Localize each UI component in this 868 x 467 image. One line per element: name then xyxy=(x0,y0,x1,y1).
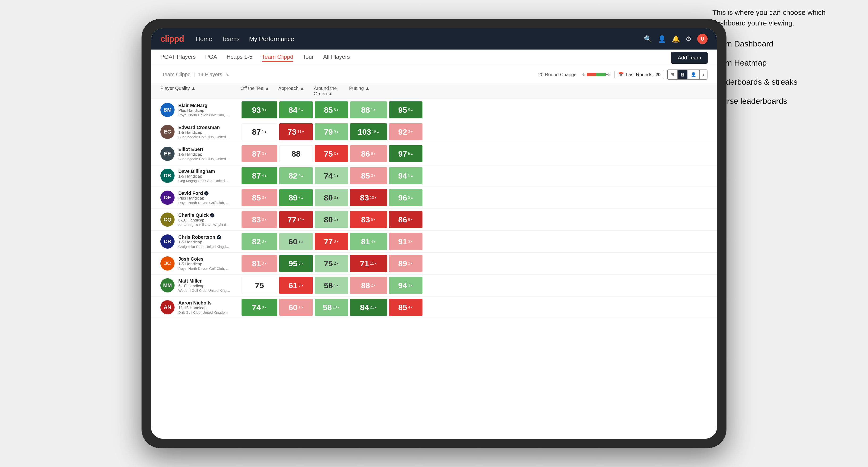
nav-link-home[interactable]: Home xyxy=(196,35,212,43)
user-avatar[interactable]: U xyxy=(697,34,708,44)
player-info[interactable]: CRChris Robertson✓1-5 HandicapCraigmilla… xyxy=(160,235,241,249)
score-delta: 3 xyxy=(334,152,339,156)
player-info[interactable]: ANAaron Nicholls11-15 HandicapDrift Golf… xyxy=(160,300,241,314)
score-cell[interactable]: 75 xyxy=(242,277,277,294)
score-cell[interactable]: 882 xyxy=(350,277,387,294)
score-cell[interactable]: 602 xyxy=(279,233,313,250)
score-value: 74 xyxy=(252,303,261,312)
score-cell[interactable]: 801 xyxy=(315,211,348,228)
score-cell[interactable]: 823 xyxy=(242,233,277,250)
score-cell[interactable]: 748 xyxy=(242,299,277,316)
nav-link-teams[interactable]: Teams xyxy=(221,35,240,43)
score-cell[interactable]: 963 xyxy=(389,189,423,206)
score-delta: 3 xyxy=(408,239,413,244)
bar-high: +5 xyxy=(606,72,611,77)
score-cell[interactable]: 892 xyxy=(389,255,423,272)
score-cell[interactable]: 813 xyxy=(242,255,277,272)
score-cell[interactable]: 836 xyxy=(350,211,387,228)
score-delta: 8 xyxy=(334,108,339,112)
edit-icon[interactable]: ✎ xyxy=(225,72,229,77)
player-info[interactable]: DFDavid Ford✓Plus HandicapRoyal North De… xyxy=(160,191,241,205)
sub-nav-pga[interactable]: PGA xyxy=(205,54,217,62)
grid-view-button[interactable]: ⊞ xyxy=(667,69,677,80)
score-cell[interactable]: 803 xyxy=(315,189,348,206)
score-delta: 6 xyxy=(299,108,304,112)
score-cell[interactable]: 824 xyxy=(279,167,313,184)
score-cell[interactable]: 897 xyxy=(279,189,313,206)
settings-icon[interactable]: ⚙ xyxy=(686,35,691,43)
score-cell[interactable]: 881 xyxy=(350,101,387,118)
score-cell[interactable]: 853 xyxy=(350,167,387,184)
sub-nav-hcaps[interactable]: Hcaps 1-5 xyxy=(227,54,252,62)
score-value: 82 xyxy=(252,237,261,246)
score-cell[interactable]: 913 xyxy=(389,233,423,250)
score-cell[interactable]: 7714 xyxy=(279,211,313,228)
sub-nav-pgat[interactable]: PGAT Players xyxy=(160,54,196,62)
player-club: Royal North Devon Golf Club, United King… xyxy=(178,267,230,271)
player-info[interactable]: JCJosh Coles1-5 HandicapRoyal North Devo… xyxy=(160,256,241,271)
score-cell[interactable]: 773 xyxy=(315,233,348,250)
score-cell[interactable]: 871 xyxy=(242,123,277,140)
score-cell[interactable]: 601 xyxy=(279,299,313,316)
player-details: Elliot Ebert1-5 HandicapSunningdale Golf… xyxy=(178,147,230,161)
score-cell[interactable]: 854 xyxy=(389,299,423,316)
score-cell[interactable]: 975 xyxy=(389,145,423,162)
player-info[interactable]: DBDave Billingham1-5 HandicapGog Magog G… xyxy=(160,168,241,183)
sub-nav-tour[interactable]: Tour xyxy=(303,54,314,62)
score-cell[interactable]: 8421 xyxy=(350,299,387,316)
score-cell[interactable]: 88 xyxy=(279,145,313,162)
score-cell[interactable]: 846 xyxy=(279,101,313,118)
search-icon[interactable]: 🔍 xyxy=(644,35,652,43)
player-info[interactable]: BMBlair McHargPlus HandicapRoyal North D… xyxy=(160,103,241,117)
score-cell[interactable]: 959 xyxy=(389,101,423,118)
download-button[interactable]: ↓ xyxy=(699,69,707,80)
score-cell[interactable]: 943 xyxy=(389,277,423,294)
person-icon[interactable]: 👤 xyxy=(658,35,666,43)
score-cell[interactable]: 858 xyxy=(315,101,348,118)
score-cell[interactable]: 853 xyxy=(242,189,277,206)
score-cell[interactable]: 799 xyxy=(315,123,348,140)
score-cell[interactable]: 923 xyxy=(389,123,423,140)
score-cell[interactable]: 939 xyxy=(242,101,277,118)
score-cell[interactable]: 584 xyxy=(315,277,348,294)
score-cell[interactable]: 8310 xyxy=(350,189,387,206)
sub-nav-all-players[interactable]: All Players xyxy=(323,54,350,62)
score-value: 91 xyxy=(398,237,407,246)
bell-icon[interactable]: 🔔 xyxy=(672,35,680,43)
player-info[interactable]: CQCharlie Quick✓6-10 HandicapSt. George'… xyxy=(160,213,241,227)
player-info[interactable]: EEElliot Ebert1-5 HandicapSunningdale Go… xyxy=(160,147,241,161)
score-cell[interactable]: 753 xyxy=(315,145,348,162)
bar-green xyxy=(596,73,606,76)
score-cell[interactable]: 5810 xyxy=(315,299,348,316)
heatmap-view-button[interactable]: ▦ xyxy=(677,69,687,80)
score-cell[interactable]: 958 xyxy=(279,255,313,272)
score-cell[interactable]: 752 xyxy=(315,255,348,272)
score-cell[interactable]: 873 xyxy=(242,145,277,162)
add-team-button[interactable]: Add Team xyxy=(671,52,708,64)
player-info[interactable]: ECEdward Crossman1-5 HandicapSunningdale… xyxy=(160,125,241,139)
score-cell[interactable]: 833 xyxy=(242,211,277,228)
score-cell[interactable]: 741 xyxy=(315,167,348,184)
score-cell[interactable]: 868 xyxy=(389,211,423,228)
score-cell[interactable]: 7311 xyxy=(279,123,313,140)
chart-view-button[interactable]: 👤 xyxy=(687,69,699,80)
score-value: 75 xyxy=(324,149,333,158)
score-cell[interactable]: 10315 xyxy=(350,123,387,140)
score-delta: 4 xyxy=(408,305,413,309)
score-cell[interactable]: 941 xyxy=(389,167,423,184)
player-name: Edward Crossman xyxy=(178,125,230,130)
score-cell[interactable]: 874 xyxy=(242,167,277,184)
score-value: 85 xyxy=(398,303,407,312)
score-cell[interactable]: 814 xyxy=(350,233,387,250)
score-cell[interactable]: 866 xyxy=(350,145,387,162)
nav-bar: clippd Home Teams My Performance 🔍 👤 🔔 ⚙… xyxy=(151,28,717,50)
nav-link-performance[interactable]: My Performance xyxy=(249,35,294,43)
score-value: 94 xyxy=(398,281,407,290)
player-info[interactable]: MMMatt Miller6-10 HandicapWoburn Golf Cl… xyxy=(160,278,241,292)
player-handicap: 1-5 Handicap xyxy=(178,152,230,157)
score-cell[interactable]: 613 xyxy=(279,277,313,294)
avatar: BM xyxy=(160,103,175,117)
last-rounds-button[interactable]: 📅 Last Rounds: 20 xyxy=(614,70,664,79)
sub-nav-team-clippd[interactable]: Team Clippd xyxy=(262,54,293,62)
score-cell[interactable]: 7111 xyxy=(350,255,387,272)
